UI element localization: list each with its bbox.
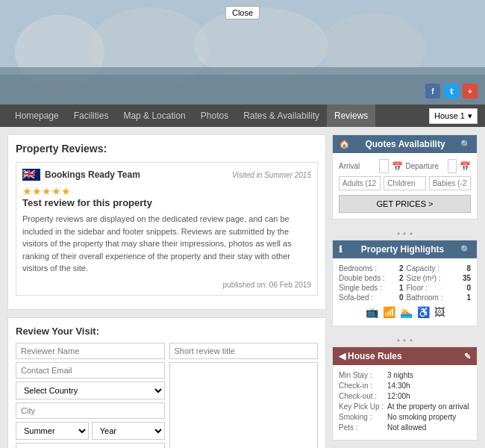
left-column: Property Reviews: Bookings Ready Team Vi… [7, 134, 326, 448]
wifi-icon: 📶 [383, 306, 395, 318]
house-selector[interactable]: House 1 ▾ [429, 108, 478, 124]
bathroom-row: Bathroom : 1 [407, 293, 472, 302]
form-grid: Select Country Summer Year Rate your vis… [16, 343, 318, 449]
season-year-row: Summer Year [16, 422, 165, 440]
twitter-icon[interactable]: 𝕥 [444, 84, 459, 99]
nav-reviews[interactable]: Reviews [327, 105, 375, 127]
arrival-input[interactable] [379, 159, 389, 173]
checkout-val: 12:00h [387, 392, 410, 400]
pool-icon: 🏊 [400, 306, 413, 318]
contact-email-input[interactable] [16, 362, 165, 379]
amenity-icons-row: 📺 📶 🏊 ♿ 🖼 [339, 302, 471, 320]
smoking-val: No smoking property [387, 413, 456, 421]
pets-label: Pets : [339, 423, 387, 432]
city-input[interactable] [16, 402, 165, 419]
checkin-label: Check-in : [339, 382, 387, 390]
size-row: Size (m²) : 35 [407, 274, 472, 282]
review-stars: ★★★★★ [22, 185, 311, 197]
house-rules-title: House Rules [348, 351, 464, 361]
arrival-label: Arrival [339, 162, 376, 170]
review-title-input[interactable] [169, 343, 319, 359]
guests-row [339, 176, 471, 190]
house-rules-header: ◀ House Rules ✎ [333, 347, 477, 365]
capacity-row: Capacity : 8 [407, 264, 472, 273]
tv-icon: 📺 [366, 306, 378, 318]
chevron-down-icon: ▾ [468, 111, 472, 121]
social-icons-bar: f 𝕥 + [425, 84, 478, 99]
quotes-title: Quotes Availability [365, 139, 445, 149]
quotes-header: 🏠 Quotes Availability 🔍 [333, 135, 477, 153]
review-form-section: Review Your Visit: Select Country Summer [7, 317, 326, 449]
nav-facilities[interactable]: Facilities [66, 105, 116, 127]
highlights-grid: Bedrooms : 2 Capacity : 8 Double beds : … [339, 264, 471, 302]
departure-label: Departure [406, 162, 445, 170]
hero-image: Close f 𝕥 + [0, 0, 485, 105]
nav-photos[interactable]: Photos [193, 105, 236, 127]
min-stay-row: Min Stay : 3 nights [339, 371, 471, 379]
reviewer-info: Bookings Ready Team [22, 169, 140, 181]
checkout-row: Check-out : 12:00h [339, 392, 471, 400]
departure-input[interactable] [448, 159, 457, 173]
adults-input[interactable] [339, 176, 381, 190]
arrival-calendar-icon[interactable]: 📅 [392, 161, 403, 172]
review-title-text: Test review for this property [22, 197, 311, 208]
nav-rates[interactable]: Rates & Availability [236, 105, 327, 127]
reviews-title: Property Reviews: [16, 143, 318, 155]
house-rules-body: Min Stay : 3 nights Check-in : 14:30h Ch… [333, 365, 477, 440]
form-title: Review Your Visit: [16, 326, 318, 337]
arrival-row: Arrival 📅 Departure 📅 [339, 159, 471, 173]
navigation: Homepage Facilities Map & Location Photo… [0, 105, 485, 127]
highlights-title: Property Highlights [361, 244, 444, 255]
season-select[interactable]: Summer [16, 422, 89, 440]
babies-input[interactable] [429, 176, 471, 190]
key-label: Key Pick Up : [339, 402, 387, 411]
departure-calendar-icon[interactable]: 📅 [460, 161, 471, 172]
form-left-col: Select Country Summer Year Rate your vis… [16, 343, 165, 449]
country-select[interactable]: Select Country [16, 382, 165, 399]
highlights-widget: ℹ Property Highlights 🔍 Bedrooms : 2 Cap… [332, 240, 478, 326]
children-input[interactable] [384, 176, 425, 190]
rate-select[interactable]: Rate your visit [16, 443, 165, 449]
min-stay-val: 3 nights [387, 371, 413, 379]
review-card: Bookings Ready Team Visited in Summer 20… [16, 162, 318, 296]
facebook-icon[interactable]: f [425, 84, 440, 99]
reviewer-name-input[interactable] [16, 343, 165, 359]
floor-row: Floor : 0 [407, 284, 472, 292]
divider-2: ⬥ ⬥ ⬥ [332, 332, 478, 346]
double-row: Double beds : 2 [339, 274, 404, 282]
highlights-search-icon[interactable]: 🔍 [460, 245, 471, 255]
divider-1: ⬥ ⬥ ⬥ [332, 225, 478, 240]
bedrooms-row: Bedrooms : 2 [339, 264, 404, 273]
form-right-col [169, 343, 319, 449]
key-row: Key Pick Up : At the property on arrival [339, 402, 471, 411]
uk-flag-icon [22, 169, 40, 181]
published-date: published on: 06 Feb 2019 [22, 281, 311, 289]
googleplus-icon[interactable]: + [463, 84, 478, 99]
reviewer-name: Bookings Ready Team [45, 169, 140, 180]
close-button[interactable]: Close [225, 6, 260, 19]
sofa-row: Sofa-bed : 0 [339, 293, 404, 302]
house-rules-widget: ◀ House Rules ✎ Min Stay : 3 nights Chec… [332, 346, 478, 441]
checkout-label: Check-out : [339, 392, 387, 400]
get-prices-button[interactable]: GET PRICES > [339, 195, 471, 213]
year-select[interactable]: Year [92, 422, 165, 440]
pets-row: Pets : Not allowed [339, 423, 471, 432]
accessible-icon: ♿ [417, 306, 430, 318]
nav-map-location[interactable]: Map & Location [116, 105, 193, 127]
right-column: 🏠 Quotes Availability 🔍 Arrival 📅 Depart… [332, 134, 478, 448]
visited-text: Visited in Summer 2015 [232, 171, 311, 179]
quotes-search-icon[interactable]: 🔍 [460, 140, 471, 149]
smoking-label: Smoking : [339, 413, 387, 421]
nav-homepage[interactable]: Homepage [7, 105, 66, 127]
quotes-widget: 🏠 Quotes Availability 🔍 Arrival 📅 Depart… [332, 134, 478, 220]
edit-icon[interactable]: ✎ [464, 352, 471, 361]
checkin-val: 14:30h [387, 382, 410, 390]
review-header: Bookings Ready Team Visited in Summer 20… [22, 169, 311, 181]
review-body-text: Property reviews are displayed on the de… [22, 213, 311, 275]
review-body-textarea[interactable] [169, 362, 319, 449]
key-val: At the property on arrival [387, 402, 469, 411]
smoking-row: Smoking : No smoking property [339, 413, 471, 421]
main-layout: Property Reviews: Bookings Ready Team Vi… [0, 127, 485, 448]
quotes-icon: 🏠 [339, 139, 350, 149]
photo-icon: 🖼 [434, 306, 445, 318]
